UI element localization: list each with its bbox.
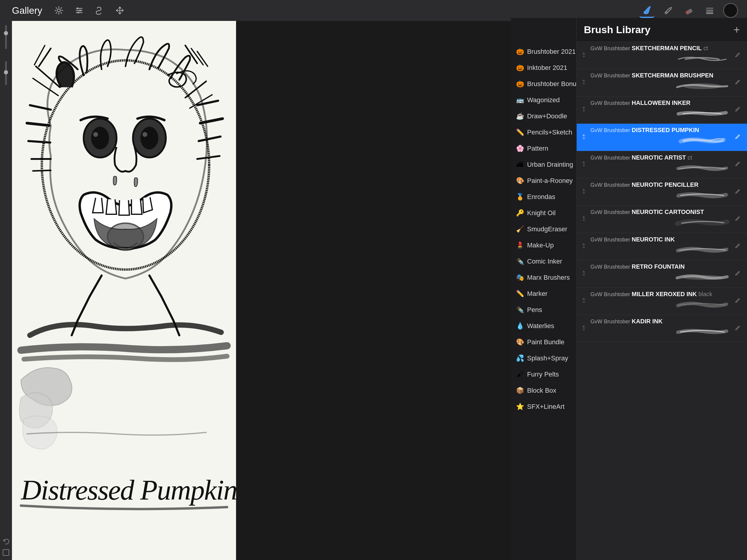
color-swatch[interactable] [723,3,738,18]
brush-panel-title: Brush Library [584,24,650,35]
brush-item-kadir-ink[interactable]: GvW Brushtober KADIR INK [577,315,747,342]
gallery-button[interactable]: Gallery [9,5,45,16]
category-icon: 💧 [516,322,524,330]
brush-item-neurotic-ink[interactable]: GvW Brushtober NEUROTIC INK [577,233,747,260]
category-label: Wagonized [527,96,560,104]
brush-item-retro-fountain[interactable]: GvW Brushtober RETRO FOUNTAIN [577,260,747,287]
move-icon[interactable] [113,4,126,17]
category-item-knight-oil[interactable]: 🔑 Knight Oil [511,205,576,221]
brush-edit-icon[interactable] [735,106,742,113]
adjust-icon[interactable] [73,4,86,17]
brush-edit-icon[interactable] [735,271,742,277]
brush-preview [590,52,735,66]
brush-preview [590,188,735,203]
brush-item-content: GvW Brushtober NEUROTIC PENCILLER [590,178,735,205]
smudge-selection-icon[interactable] [93,4,106,17]
brush-item-content: GvW Brushtober NEUROTIC CARTOONIST [590,206,735,232]
brush-edit-icon[interactable] [735,325,742,332]
category-item-marx-brushers[interactable]: 🎭 Marx Brushers [511,270,576,286]
undo-button[interactable] [1,537,10,546]
brush-item-neurotic-cartoonist[interactable]: GvW Brushtober NEUROTIC CARTOONIST [577,206,747,233]
svg-point-2 [79,9,81,11]
brush-edit-icon[interactable] [735,52,742,59]
category-item-marker[interactable]: ✏️ Marker [511,286,576,302]
brush-item-drag-icon [582,133,590,141]
brush-item-halloween-inker[interactable]: GvW Brushtober HALLOWEEN INKER [577,97,747,124]
category-item-sfx-lineart[interactable]: ⭐ SFX+LineArt [511,399,576,415]
brush-edit-icon[interactable] [735,161,742,168]
category-icon: 🎃 [516,80,524,88]
category-item-enrondas[interactable]: 🏅 Enrondas [511,189,576,205]
category-icon: 💦 [516,354,524,362]
brush-edit-icon[interactable] [735,79,742,86]
brush-item-name-text: GvW Brushtober NEUROTIC INK [590,235,735,243]
brush-edit-icon[interactable] [735,188,742,196]
layers-tool-icon[interactable] [702,3,717,18]
svg-point-23 [682,275,723,280]
brush-edit-icon[interactable] [735,134,742,141]
category-item-waterlies[interactable]: 💧 Waterlies [511,318,576,334]
category-label: Comic Inker [527,258,562,265]
category-item-draw-doodle[interactable]: ☕ Draw+Doodle [511,108,576,124]
brush-item-sketcherman-brushpen[interactable]: GvW Brushtober SKETCHERMAN BRUSHPEN [577,69,747,96]
brush-edit-icon[interactable] [735,216,742,223]
brush-item-name-text: GvW Brushtober NEUROTIC CARTOONIST [590,208,735,216]
brush-preview [590,271,735,285]
category-icon: 🎨 [516,177,524,185]
category-label: SmudgEraser [527,225,567,233]
brush-edit-icon[interactable] [735,298,742,305]
brush-tool-icon[interactable] [639,3,654,18]
category-label: SFX+LineArt [527,403,564,411]
category-item-brushtober-bonus[interactable]: 🎃 Brushtober Bonus [511,76,576,92]
brush-item-drag-icon [582,188,590,196]
category-item-paint-bundle[interactable]: 🎨 Paint Bundle [511,334,576,350]
brush-item-neurotic-artist[interactable]: GvW Brushtober NEUROTIC ARTIST ct [577,151,747,178]
category-item-comic-inker[interactable]: ✒️ Comic Inker [511,253,576,270]
svg-point-14 [91,127,109,149]
expand-button[interactable] [1,548,10,557]
brush-item-content: GvW Brushtober DISTRESSED PUMPKIN [590,124,735,151]
svg-point-17 [140,127,158,149]
brush-item-name-text: GvW Brushtober HALLOWEEN INKER [590,99,735,107]
category-icon: 🎃 [516,64,524,72]
categories-container: 🎃 Brushtober 2021 🎃 Inktober 2021 🎃 Brus… [511,44,576,415]
brush-item-miller-xeroxed-ink[interactable]: GvW Brushtober MILLER XEROXED INK black [577,288,747,315]
brush-item-neurotic-penciller[interactable]: GvW Brushtober NEUROTIC PENCILLER [577,178,747,206]
brush-item-sketcherman-pencil[interactable]: GvW Brushtober SKETCHERMAN PENCIL ct [577,42,747,69]
brush-item-content: GvW Brushtober RETRO FOUNTAIN [590,260,735,287]
smudge-tool-icon[interactable] [660,3,675,18]
category-item-paint-a-rooney[interactable]: 🎨 Paint-a-Rooney [511,173,576,189]
size-slider[interactable] [5,25,7,49]
brush-edit-icon[interactable] [735,243,742,250]
category-item-brushtober-2021[interactable]: 🎃 Brushtober 2021 [511,44,576,60]
brush-add-button[interactable]: + [733,25,740,35]
category-icon: 🎨 [516,338,524,346]
brush-item-drag-icon [582,243,590,250]
category-item-pens[interactable]: ✒️ Pens [511,302,576,318]
svg-rect-8 [706,7,713,9]
svg-rect-10 [706,12,713,14]
category-item-urban-drainting[interactable]: 🏙 Urban Drainting [511,157,576,173]
category-icon: ☕ [516,112,524,120]
svg-point-1 [77,7,79,9]
svg-point-22 [683,83,721,89]
category-item-furry-pelts[interactable]: 🖌 Furry Pelts [511,366,576,382]
category-label: Knight Oil [527,209,556,217]
eraser-tool-icon[interactable] [681,3,696,18]
settings-icon[interactable] [52,4,66,17]
svg-rect-21 [3,550,9,556]
category-icon: 🎃 [516,48,524,56]
category-item-pattern[interactable]: 🌸 Pattern [511,141,576,157]
category-item-splash-spray[interactable]: 💦 Splash+Spray [511,350,576,366]
category-item-wagonized[interactable]: 🚌 Wagonized [511,92,576,108]
category-item-inktober-2021[interactable]: 🎃 Inktober 2021 [511,60,576,76]
category-icon: 🖌 [516,371,524,378]
category-item-block-box[interactable]: 📦 Block Box [511,382,576,399]
category-icon: ⭐ [516,403,524,411]
category-item-make-up[interactable]: 💄 Make-Up [511,237,576,253]
category-item-pencils-sketch[interactable]: ✏️ Pencils+Sketch [511,124,576,141]
svg-point-3 [77,12,79,14]
brush-item-distressed-pumpkin[interactable]: GvW Brushtober DISTRESSED PUMPKIN [577,124,747,151]
category-item-smudgeraser[interactable]: 🧹 SmudgEraser [511,221,576,237]
opacity-slider[interactable] [5,61,7,85]
